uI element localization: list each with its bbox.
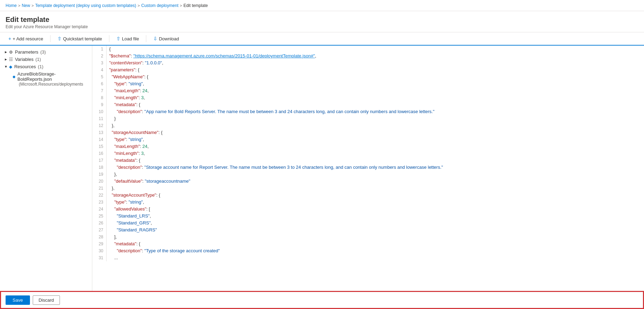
sidebar-item-variables[interactable]: ► ☷ Variables (1) xyxy=(0,56,92,63)
table-row: 8 "minLength": 3, xyxy=(92,94,644,101)
line-number: 23 xyxy=(92,199,106,206)
resource-name: AzureBlobStorage-BoldReports.json xyxy=(17,71,89,82)
sidebar-item-parameters[interactable]: ► ⚙ Parameters (3) xyxy=(0,48,92,56)
add-resource-label: + Add resource xyxy=(13,36,43,41)
line-number: 1 xyxy=(92,46,106,53)
main-area: ► ⚙ Parameters (3) ► ☷ Variables (1) ▼ ◆… xyxy=(0,46,644,291)
line-code: }, xyxy=(106,185,644,192)
line-number: 17 xyxy=(92,157,106,164)
line-code: "Standard_RAGRS" xyxy=(106,227,644,233)
toolbar: + + Add resource ⇧ Quickstart template ⇧… xyxy=(0,32,644,46)
line-code: "storageAccountName": { xyxy=(106,129,644,136)
editor-area: 1{2"$schema": "https://schema.management… xyxy=(92,46,644,291)
breadcrumb-new[interactable]: New xyxy=(22,3,30,8)
toolbar-separator-2 xyxy=(109,35,109,42)
table-row: 10 "description": "App name for Bold Rep… xyxy=(92,108,644,115)
top-nav-bar: Home > New > Template deployment (deploy… xyxy=(0,0,644,11)
editor-content[interactable]: 1{2"$schema": "https://schema.management… xyxy=(92,46,644,291)
line-number: 5 xyxy=(92,73,106,80)
line-code: "metadata": { xyxy=(106,101,644,108)
add-icon: + xyxy=(8,36,11,41)
breadcrumb: Home > New > Template deployment (deploy… xyxy=(6,3,208,8)
parameters-count: (3) xyxy=(39,49,46,55)
line-number: 22 xyxy=(92,192,106,199)
line-number: 4 xyxy=(92,66,106,73)
table-row: 31 ... xyxy=(92,254,644,261)
sidebar-item-resources[interactable]: ▼ ◆ Resources (1) xyxy=(0,63,92,70)
table-row: 25 "Standard_LRS", xyxy=(92,213,644,220)
breadcrumb-custom-deployment[interactable]: Custom deployment xyxy=(141,3,179,8)
line-code: "description": "Storage account name for… xyxy=(106,164,644,171)
line-code: "maxLength": 24, xyxy=(106,143,644,150)
table-row: 12 }, xyxy=(92,122,644,129)
variables-label: Variables xyxy=(15,57,33,62)
chevron-down-icon: ▼ xyxy=(4,65,8,69)
line-code: "Standard_LRS", xyxy=(106,213,644,220)
line-code: "parameters": { xyxy=(106,66,644,73)
footer: Save Discard xyxy=(0,291,644,309)
page-header: Edit template Edit your Azure Resource M… xyxy=(0,11,644,32)
line-number: 25 xyxy=(92,213,106,220)
line-code: "type": "string", xyxy=(106,136,644,143)
table-row: 22 "storageAccountType": { xyxy=(92,192,644,199)
resource-child-icon: ◆ xyxy=(13,74,15,79)
table-row: 24 "allowedValues": [ xyxy=(92,206,644,213)
table-row: 19 }, xyxy=(92,171,644,178)
toolbar-separator-3 xyxy=(146,35,146,42)
variables-count: (1) xyxy=(34,57,41,62)
breadcrumb-template-deployment[interactable]: Template deployment (deploy using custom… xyxy=(35,3,136,8)
line-code: "description": "Type of the storage acco… xyxy=(106,247,644,254)
line-number: 3 xyxy=(92,60,106,66)
table-row: 6 "type": "string", xyxy=(92,80,644,87)
page-subtitle: Edit your Azure Resource Manager templat… xyxy=(6,24,638,29)
breadcrumb-sep-2: > xyxy=(31,3,33,8)
discard-button[interactable]: Discard xyxy=(33,295,60,305)
upload-icon: ⇧ xyxy=(57,36,62,41)
line-number: 7 xyxy=(92,87,106,94)
chevron-right-icon: ► xyxy=(4,50,8,54)
table-row: 26 "Standard_GRS", xyxy=(92,220,644,227)
save-button[interactable]: Save xyxy=(6,295,30,305)
download-label: Download xyxy=(159,36,179,41)
line-number: 28 xyxy=(92,233,106,240)
line-code: }, xyxy=(106,171,644,178)
line-code: "$schema": "https://schema.management.az… xyxy=(106,53,644,60)
line-code: ], xyxy=(106,233,644,240)
table-row: 14 "type": "string", xyxy=(92,136,644,143)
table-row: 16 "minLength": 3, xyxy=(92,150,644,157)
load-file-button[interactable]: ⇧ Load file xyxy=(114,34,142,43)
line-code: "type": "string", xyxy=(106,199,644,206)
table-row: 4"parameters": { xyxy=(92,66,644,73)
line-code: "description": "App name for Bold Report… xyxy=(106,108,644,115)
line-number: 13 xyxy=(92,129,106,136)
line-code: { xyxy=(106,46,644,53)
line-code: "contentVersion": "1.0.0.0", xyxy=(106,60,644,66)
quickstart-template-button[interactable]: ⇧ Quickstart template xyxy=(55,34,105,43)
line-code: "storageAccountType": { xyxy=(106,192,644,199)
parameters-icon: ⚙ xyxy=(9,50,13,55)
breadcrumb-home[interactable]: Home xyxy=(6,3,17,8)
table-row: 2"$schema": "https://schema.management.a… xyxy=(92,53,644,60)
line-number: 24 xyxy=(92,206,106,213)
line-code: "defaultValue": "storageaccountname" xyxy=(106,178,644,185)
line-number: 31 xyxy=(92,254,106,261)
line-code: }, xyxy=(106,122,644,129)
line-number: 21 xyxy=(92,185,106,192)
table-row: 23 "type": "string", xyxy=(92,199,644,206)
line-code: "metadata": { xyxy=(106,240,644,247)
sidebar-item-resource-child[interactable]: ◆ AzureBlobStorage-BoldReports.json (Mic… xyxy=(0,70,92,88)
table-row: 17 "metadata": { xyxy=(92,157,644,164)
download-button[interactable]: ⇩ Download xyxy=(150,34,182,43)
table-row: 27 "Standard_RAGRS" xyxy=(92,227,644,233)
load-file-label: Load file xyxy=(122,36,139,41)
table-row: 30 "description": "Type of the storage a… xyxy=(92,247,644,254)
line-number: 2 xyxy=(92,53,106,60)
add-resource-button[interactable]: + + Add resource xyxy=(6,34,46,43)
line-code: "type": "string", xyxy=(106,80,644,87)
line-number: 11 xyxy=(92,115,106,122)
table-row: 20 "defaultValue": "storageaccountname" xyxy=(92,178,644,185)
line-number: 30 xyxy=(92,247,106,254)
chevron-right-icon-vars: ► xyxy=(4,57,8,61)
quickstart-label: Quickstart template xyxy=(63,36,102,41)
table-row: 28 ], xyxy=(92,233,644,240)
